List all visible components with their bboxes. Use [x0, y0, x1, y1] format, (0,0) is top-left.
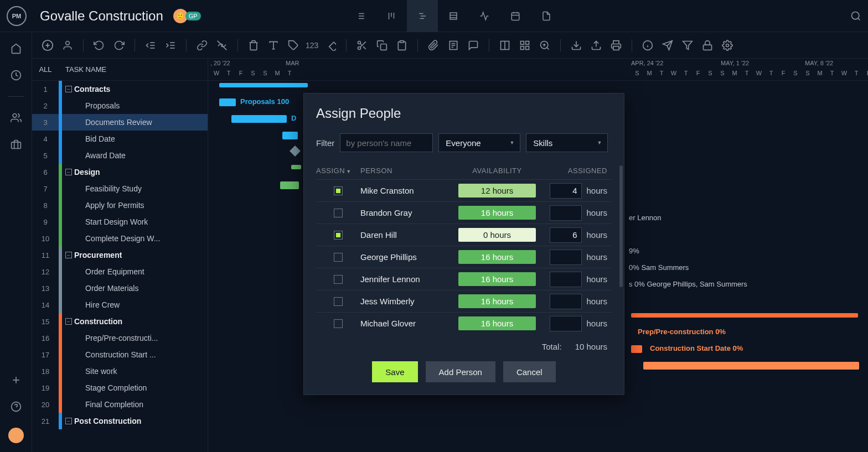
- undo-icon[interactable]: [91, 38, 107, 53]
- clock-icon[interactable]: [11, 70, 22, 81]
- assign-checkbox[interactable]: [334, 209, 343, 217]
- indent-icon[interactable]: [163, 38, 178, 53]
- cancel-button[interactable]: Cancel: [503, 361, 556, 382]
- send-icon[interactable]: [660, 38, 675, 53]
- gantt-bar[interactable]: [631, 345, 642, 353]
- task-row[interactable]: 11 −Procurement: [32, 247, 208, 263]
- gantt-bar[interactable]: [219, 83, 308, 87]
- assign-checkbox[interactable]: [334, 275, 343, 284]
- task-row[interactable]: 15 −Construction: [32, 313, 208, 330]
- attach-icon[interactable]: [426, 38, 441, 53]
- expand-icon[interactable]: −: [65, 86, 72, 92]
- briefcase-icon[interactable]: [11, 139, 22, 150]
- cut-icon[interactable]: [354, 38, 370, 53]
- gantt-bar[interactable]: [643, 362, 859, 370]
- task-row[interactable]: 1 −Contracts: [32, 81, 208, 97]
- taskname-column-header[interactable]: TASK NAME: [59, 65, 208, 74]
- import-icon[interactable]: [569, 38, 584, 53]
- gantt-bar[interactable]: [280, 181, 299, 189]
- zoom-icon[interactable]: [537, 38, 552, 53]
- task-row[interactable]: 20 Final Completion: [32, 396, 208, 413]
- trash-icon[interactable]: [246, 38, 261, 53]
- gantt-bar[interactable]: [282, 132, 298, 139]
- gantt-bar[interactable]: [231, 115, 287, 123]
- task-row[interactable]: 3 Documents Review: [32, 114, 208, 131]
- task-row[interactable]: 10 Complete Design W...: [32, 230, 208, 247]
- assigned-hours-input[interactable]: [550, 250, 582, 265]
- assigned-hours-input[interactable]: [550, 272, 582, 287]
- export-icon[interactable]: [588, 38, 604, 53]
- task-row[interactable]: 7 Feasibility Study: [32, 180, 208, 197]
- expand-icon[interactable]: −: [65, 318, 72, 325]
- paste-icon[interactable]: [394, 38, 410, 53]
- task-row[interactable]: 8 Apply for Permits: [32, 197, 208, 214]
- diamond-icon[interactable]: [323, 38, 338, 53]
- col-availability-header[interactable]: AVAILABILITY: [456, 167, 539, 175]
- logo[interactable]: PM: [7, 6, 27, 26]
- gantt-bar[interactable]: [219, 98, 236, 106]
- task-row[interactable]: 14 Hire Crew: [32, 297, 208, 313]
- expand-icon[interactable]: −: [65, 169, 72, 175]
- add-person-button[interactable]: Add Person: [426, 361, 495, 382]
- task-row[interactable]: 9 Start Design Work: [32, 214, 208, 230]
- project-members[interactable]: 🙂 GP: [173, 9, 201, 23]
- save-button[interactable]: Save: [372, 361, 417, 382]
- grid-icon[interactable]: [517, 38, 533, 53]
- unlink-icon[interactable]: [214, 38, 230, 53]
- task-row[interactable]: 2 Proposals: [32, 97, 208, 114]
- gantt-bar[interactable]: [291, 165, 301, 169]
- assign-checkbox[interactable]: [334, 319, 343, 328]
- gear-icon[interactable]: [720, 38, 735, 53]
- link-icon[interactable]: [194, 38, 210, 53]
- team-icon[interactable]: [11, 112, 22, 123]
- expand-icon[interactable]: −: [65, 418, 72, 424]
- text-icon[interactable]: [266, 38, 281, 53]
- tag-icon[interactable]: [286, 38, 301, 53]
- assign-checkbox[interactable]: [334, 231, 343, 240]
- add-icon[interactable]: [40, 38, 55, 53]
- task-row[interactable]: 12 Order Equipment: [32, 263, 208, 280]
- all-column-header[interactable]: ALL: [32, 65, 59, 74]
- assign-checkbox[interactable]: [334, 186, 343, 195]
- comment-icon[interactable]: [466, 38, 481, 53]
- view-board-icon[interactable]: [376, 0, 407, 32]
- outdent-icon[interactable]: [143, 38, 158, 53]
- filter-icon[interactable]: [680, 38, 695, 53]
- task-row[interactable]: 19 Stage Completion: [32, 380, 208, 396]
- view-file-icon[interactable]: [531, 0, 562, 32]
- print-icon[interactable]: [608, 38, 624, 53]
- task-row[interactable]: 17 Construction Start ...: [32, 346, 208, 363]
- filter-everyone-select[interactable]: Everyone: [438, 133, 520, 152]
- task-row[interactable]: 5 Award Date: [32, 147, 208, 164]
- redo-icon[interactable]: [111, 38, 127, 53]
- assign-checkbox[interactable]: [334, 253, 343, 262]
- help-icon[interactable]: [11, 401, 22, 412]
- view-activity-icon[interactable]: [469, 0, 500, 32]
- assigned-hours-input[interactable]: [550, 183, 582, 199]
- assigned-hours-input[interactable]: [550, 227, 582, 243]
- search-icon[interactable]: [850, 11, 861, 22]
- view-sheet-icon[interactable]: [438, 0, 469, 32]
- task-row[interactable]: 18 Site work: [32, 363, 208, 380]
- assigned-hours-input[interactable]: [550, 316, 582, 331]
- col-assign-header[interactable]: ASSIGN▼: [316, 167, 360, 175]
- note-icon[interactable]: [446, 38, 461, 53]
- gantt-bar[interactable]: [631, 313, 858, 318]
- assigned-hours-input[interactable]: [550, 205, 582, 221]
- user-avatar[interactable]: [8, 428, 24, 443]
- view-list-icon[interactable]: [345, 0, 376, 32]
- task-row[interactable]: 4 Bid Date: [32, 131, 208, 147]
- view-calendar-icon[interactable]: [500, 0, 531, 32]
- expand-icon[interactable]: −: [65, 252, 72, 258]
- scrollbar[interactable]: [619, 165, 623, 287]
- person-icon[interactable]: [60, 38, 75, 53]
- assigned-hours-input[interactable]: [550, 294, 582, 309]
- milestone-icon[interactable]: [290, 146, 301, 157]
- assign-checkbox[interactable]: [334, 297, 343, 306]
- copy-icon[interactable]: [374, 38, 390, 53]
- info-icon[interactable]: [640, 38, 655, 53]
- col-assigned-header[interactable]: ASSIGNED: [539, 167, 612, 175]
- task-row[interactable]: 13 Order Materials: [32, 280, 208, 297]
- task-row[interactable]: 16 Prep/Pre-constructi...: [32, 330, 208, 346]
- plus-icon[interactable]: [11, 375, 22, 386]
